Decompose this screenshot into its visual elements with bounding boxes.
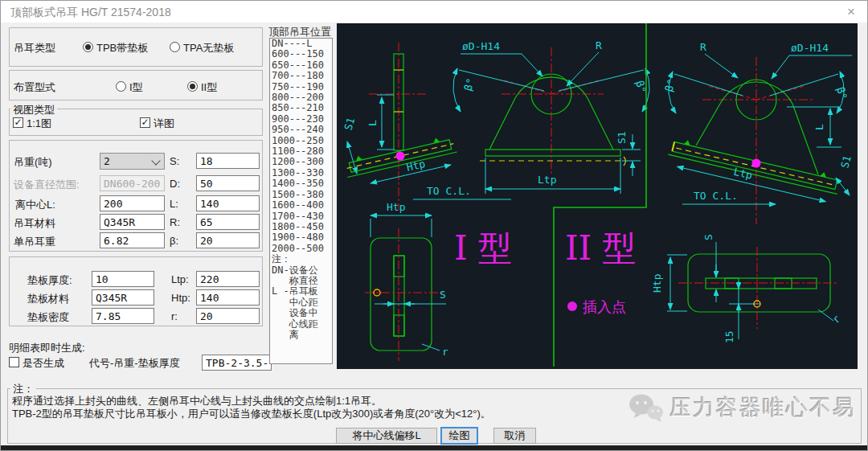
dialog-window: 顶部板式吊耳 HG/T 21574-2018 × 吊耳类型 TPB带垫板 TPA… bbox=[0, 0, 868, 451]
l-input[interactable] bbox=[196, 195, 260, 211]
dim-label-htp: Htp bbox=[387, 201, 406, 213]
list-item[interactable]: 1500--380 bbox=[270, 190, 332, 200]
list-item[interactable]: 950---240 bbox=[270, 125, 332, 135]
list-item[interactable]: 1900--480 bbox=[270, 232, 332, 243]
diameter-range-input bbox=[100, 175, 165, 191]
position-listbox[interactable]: DN----L 600---150 650---160 700---180 75… bbox=[269, 38, 333, 364]
draw-button[interactable]: 绘图 bbox=[440, 427, 478, 445]
dim-label-to-cl: TO C.L. bbox=[427, 185, 471, 197]
list-item[interactable]: 1000--250 bbox=[270, 136, 332, 146]
insert-point-label: 插入点 bbox=[583, 299, 626, 315]
radio-type-i-label[interactable]: I型 bbox=[129, 80, 143, 95]
list-item[interactable]: 1200--300 bbox=[270, 157, 332, 167]
list-item[interactable]: 1800--450 bbox=[270, 222, 332, 232]
watermark-text: 压力容器唯心不易 bbox=[669, 393, 856, 422]
checkbox-full-scale[interactable]: ✓ bbox=[13, 117, 23, 128]
cancel-button[interactable]: 取消 bbox=[493, 428, 536, 444]
pad-r-label: r: bbox=[171, 310, 178, 322]
s-input[interactable] bbox=[196, 153, 260, 169]
list-item[interactable]: 750---190 bbox=[270, 82, 332, 92]
dim-label-s1: S1 bbox=[342, 117, 358, 132]
list-item: 注： bbox=[270, 254, 332, 264]
checkbox-detail-label[interactable]: 详图 bbox=[154, 117, 174, 131]
watermark: 压力容器唯心不易 bbox=[628, 392, 856, 424]
dim-label-radius: R bbox=[700, 41, 706, 53]
s-label: S: bbox=[170, 155, 179, 167]
dim-label-s: S bbox=[440, 289, 446, 301]
type-i-label: I 型 bbox=[454, 228, 512, 268]
bom-code-input[interactable] bbox=[202, 355, 272, 371]
weight-select[interactable]: 2 bbox=[100, 153, 165, 170]
offset-center-label: 离中心L: bbox=[15, 198, 55, 212]
window-bottom-edge bbox=[1, 445, 868, 451]
offset-centerline-button[interactable]: 将中心线偏移L bbox=[336, 428, 437, 444]
list-item[interactable]: DN----L bbox=[270, 39, 332, 49]
insertion-point-marker bbox=[752, 159, 761, 168]
lug-material-input[interactable] bbox=[100, 214, 165, 230]
list-item: 心线距 bbox=[270, 319, 332, 330]
unit-weight-input[interactable] bbox=[100, 232, 165, 248]
checkbox-generate-bom-label[interactable]: 是否生成 bbox=[23, 356, 64, 371]
dim-label-s1: S1 bbox=[616, 131, 628, 144]
list-item[interactable]: 1600--400 bbox=[270, 200, 332, 211]
list-item[interactable]: 700---180 bbox=[270, 71, 332, 81]
lug-material-label: 吊耳材料 bbox=[14, 216, 55, 231]
dim-label-l: L bbox=[366, 120, 379, 126]
radio-tpb-label[interactable]: TPB带垫板 bbox=[96, 41, 148, 55]
list-item[interactable]: 1300--330 bbox=[270, 168, 332, 178]
offset-center-input[interactable] bbox=[100, 195, 165, 211]
pad-thickness-input[interactable] bbox=[92, 271, 154, 287]
pad-thickness-label: 垫板厚度: bbox=[27, 273, 72, 288]
diameter-range-label: 设备直径范围: bbox=[14, 178, 80, 192]
unit-weight-label: 单吊耳重 bbox=[14, 235, 55, 249]
chevron-down-icon bbox=[151, 156, 160, 165]
dim-label-htp: Htp bbox=[651, 273, 663, 293]
htp-input[interactable] bbox=[196, 289, 260, 305]
list-item: 设备中 bbox=[270, 308, 332, 318]
pad-material-label: 垫板材料 bbox=[27, 292, 69, 306]
view-type-legend: 视图类型 bbox=[10, 103, 57, 117]
list-item[interactable]: 1400--350 bbox=[270, 178, 332, 189]
window-title: 顶部板式吊耳 HG/T 21574-2018 bbox=[10, 6, 171, 20]
dim-label-beta-left: β° bbox=[663, 78, 678, 93]
d-input[interactable] bbox=[196, 175, 260, 191]
checkbox-generate-bom[interactable] bbox=[9, 357, 19, 367]
list-item[interactable]: 900---230 bbox=[270, 114, 332, 125]
htp-label: Htp: bbox=[171, 292, 190, 304]
cad-canvas: L S1 Htp TO C.L. Htp bbox=[337, 23, 858, 369]
dim-label-l: L bbox=[813, 124, 825, 130]
ltp-input[interactable] bbox=[196, 271, 260, 287]
list-item[interactable]: 800---200 bbox=[270, 92, 332, 103]
list-item[interactable]: 600---150 bbox=[270, 49, 332, 59]
list-item[interactable]: 2000--500 bbox=[270, 244, 332, 254]
radio-type-i[interactable] bbox=[116, 81, 126, 92]
pad-r-input[interactable] bbox=[196, 308, 260, 324]
pad-material-input[interactable] bbox=[92, 289, 154, 305]
type-ii-label: II 型 bbox=[565, 228, 637, 268]
weight-select-value: 2 bbox=[104, 155, 110, 167]
radio-type-ii[interactable] bbox=[187, 81, 198, 92]
list-item[interactable]: 1100--280 bbox=[270, 146, 332, 157]
close-icon[interactable]: × bbox=[841, 3, 861, 20]
list-item[interactable]: 650---160 bbox=[270, 60, 332, 71]
radio-tpa-label[interactable]: TPA无垫板 bbox=[183, 41, 234, 55]
list-item[interactable]: 850---210 bbox=[270, 103, 332, 113]
beta-input[interactable] bbox=[196, 232, 260, 248]
dim-label-beta-right: β° bbox=[834, 85, 850, 100]
bom-code-label: 代号-吊重-垫板厚度 bbox=[89, 356, 180, 371]
checkbox-detail[interactable]: ✓ bbox=[140, 117, 150, 128]
list-item[interactable]: 1700--430 bbox=[270, 211, 332, 222]
radio-type-ii-label[interactable]: II型 bbox=[201, 80, 217, 95]
insert-point-bullet bbox=[567, 301, 577, 311]
pad-density-label: 垫板密度 bbox=[27, 310, 69, 325]
radio-tpb[interactable] bbox=[83, 42, 93, 52]
dim-label-radius: R bbox=[596, 39, 602, 51]
dim-label-r: r bbox=[830, 313, 843, 326]
r-input[interactable] bbox=[196, 214, 260, 230]
pad-density-input[interactable] bbox=[92, 308, 154, 324]
l-label: L: bbox=[170, 198, 178, 210]
checkbox-full-scale-label[interactable]: 1:1图 bbox=[27, 117, 51, 131]
beta-label: β: bbox=[170, 235, 178, 247]
note-line-2: TPB-2型的吊耳垫板尺寸比吊耳板小，用户可以适当修改垫板长度(Ltp改为300… bbox=[12, 407, 491, 421]
radio-tpa[interactable] bbox=[170, 42, 180, 52]
